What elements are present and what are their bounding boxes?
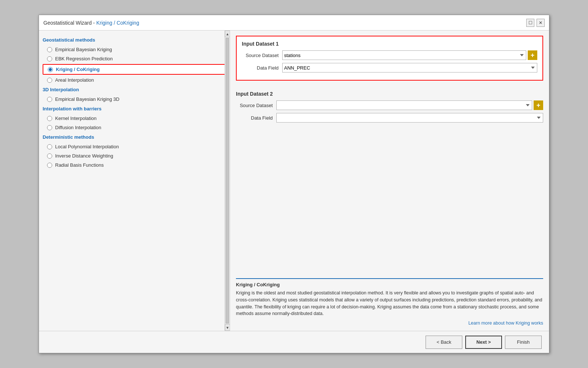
method-label: Local Polynomial Interpolation [55,144,119,149]
dataset2-title: Input Dataset 2 [236,91,543,97]
method-label: Diffusion Interpolation [55,125,101,130]
dataset1-field-label: Data Field [242,65,282,71]
method-label: Inverse Distance Weighting [55,153,113,159]
dataset2-source-controls: + [276,100,543,110]
scrollbar: ▲ ▼ [225,31,230,331]
section-3d: 3D Interpolation [43,87,226,92]
spacer [236,136,543,278]
method-label: Radial Basis Functions [55,162,104,168]
dataset1-source-controls: stations + [282,50,537,60]
right-panel-content: Input Dataset 1 Source Dataset stations … [236,36,543,326]
dataset1-field-row: Data Field ANN_PREC [242,63,537,72]
method-label: Areal Interpolation [55,77,94,83]
method-kernel-interpolation[interactable]: Kernel Interpolation [43,114,226,123]
right-panel: Input Dataset 1 Source Dataset stations … [230,31,549,331]
maximize-icon: ☐ [528,20,533,25]
finish-button[interactable]: Finish [505,336,542,349]
scroll-up-button[interactable]: ▲ [225,31,230,37]
dataset1-source-label: Source Dataset [242,53,282,58]
method-local-polynomial[interactable]: Local Polynomial Interpolation [43,142,226,151]
dataset1-title: Input Dataset 1 [242,41,537,47]
dataset2-field-controls [276,113,543,123]
input-dataset-1: Input Dataset 1 Source Dataset stations … [236,36,543,81]
window-body: Geostatistical methods Empirical Bayesia… [39,31,549,331]
learn-more-wrapper: Learn more about how Kriging works [236,320,543,326]
method-ebk-3d[interactable]: Empirical Bayesian Kriging 3D [43,95,226,104]
dataset2-field-label: Data Field [236,115,276,121]
method-label: Kriging / CoKriging [56,67,100,72]
radio-ebk-3d[interactable] [47,97,52,102]
radio-empirical-bayesian-kriging[interactable] [47,47,52,52]
description-section: Kriging / CoKriging Kriging is the oldes… [236,278,543,326]
title-bar: Geostatistical Wizard - Kriging / CoKrig… [39,15,549,31]
radio-ebk-regression[interactable] [47,56,52,61]
method-radial-basis[interactable]: Radial Basis Functions [43,160,226,170]
radio-kernel-interpolation[interactable] [47,116,52,121]
method-diffusion-interpolation[interactable]: Diffusion Interpolation [43,123,226,132]
radio-diffusion-interpolation[interactable] [47,125,52,130]
dataset1-source-select[interactable]: stations [282,50,526,60]
radio-local-polynomial[interactable] [47,144,52,149]
radio-areal-interpolation[interactable] [47,78,52,83]
method-inverse-distance[interactable]: Inverse Distance Weighting [43,151,226,160]
method-label: Kernel Interpolation [55,116,97,121]
next-button[interactable]: Next > [465,336,502,349]
radio-kriging-cokriging[interactable] [48,67,53,72]
dataset2-source-select[interactable] [276,100,532,110]
dataset2-source-label: Source Dataset [236,103,276,108]
dataset1-add-button[interactable]: + [528,50,537,60]
section-geostatistical: Geostatistical methods [43,37,226,43]
close-icon: ✕ [539,20,542,25]
method-empirical-bayesian-kriging[interactable]: Empirical Bayesian Kriging [43,45,226,54]
description-title: Kriging / CoKriging [236,282,543,287]
scroll-down-button[interactable]: ▼ [225,324,230,331]
method-list-scroll[interactable]: Geostatistical methods Empirical Bayesia… [39,31,230,331]
radio-inverse-distance[interactable] [47,153,52,159]
description-text: Kriging is the oldest and most studied g… [236,290,543,317]
dataset1-field-controls: ANN_PREC [282,63,537,72]
window-title: Geostatistical Wizard - Kriging / CoKrig… [43,20,139,26]
dataset1-source-row: Source Dataset stations + [242,50,537,60]
method-areal-interpolation[interactable]: Areal Interpolation [43,75,226,85]
scrollbar-thumb [226,38,229,323]
method-label: Empirical Bayesian Kriging 3D [55,96,119,102]
add-icon: + [531,52,535,59]
bottom-bar: < Back Next > Finish [39,331,549,353]
section-deterministic: Deterministic methods [43,134,226,140]
radio-radial-basis[interactable] [47,163,52,168]
method-label: EBK Regression Prediction [55,56,113,61]
dataset2-source-row: Source Dataset + [236,100,543,110]
dataset2-field-select[interactable] [276,113,543,123]
title-static: Geostatistical Wizard - [43,20,96,26]
method-ebk-regression[interactable]: EBK Regression Prediction [43,54,226,63]
section-interpolation-barriers: Interpolation with barriers [43,106,226,112]
title-blue: Kriging / CoKriging [96,20,139,26]
left-panel: Geostatistical methods Empirical Bayesia… [39,31,230,331]
method-label: Empirical Bayesian Kriging [55,47,112,52]
dataset2-field-row: Data Field [236,113,543,123]
main-window: Geostatistical Wizard - Kriging / CoKrig… [39,15,549,353]
close-button[interactable]: ✕ [537,19,545,27]
back-button[interactable]: < Back [426,336,462,349]
dataset2-add-button[interactable]: + [534,100,543,110]
learn-more-link[interactable]: Learn more about how Kriging works [468,321,543,326]
dataset1-field-select[interactable]: ANN_PREC [282,63,537,72]
maximize-button[interactable]: ☐ [526,19,534,27]
input-dataset-2: Input Dataset 2 Source Dataset + [236,86,543,130]
window-controls: ☐ ✕ [526,19,545,27]
add-icon: + [537,102,541,109]
method-kriging-cokriging[interactable]: Kriging / CoKriging [43,64,226,75]
